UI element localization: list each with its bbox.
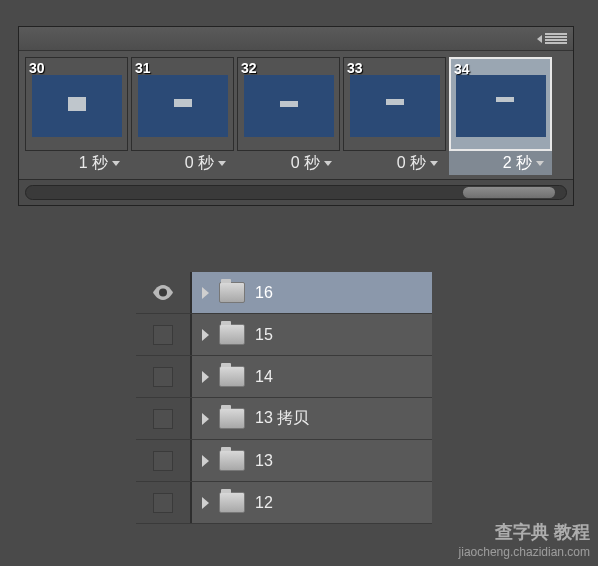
- layer-body: 16: [192, 272, 432, 313]
- frame-30[interactable]: 301 秒: [25, 57, 128, 175]
- frame-content-icon: [68, 97, 86, 111]
- frame-delay-button[interactable]: 0 秒: [343, 151, 446, 175]
- frame-thumbnail: 34: [449, 57, 552, 151]
- frame-31[interactable]: 310 秒: [131, 57, 234, 175]
- layer-name: 15: [255, 326, 273, 344]
- expand-icon[interactable]: [202, 329, 209, 341]
- watermark-url: jiaocheng.chazidian.com: [459, 544, 590, 560]
- frame-canvas: [32, 75, 122, 137]
- frame-number: 34: [454, 61, 470, 77]
- frames-row: 301 秒310 秒320 秒330 秒342 秒: [19, 51, 573, 179]
- layer-body: 13 拷贝: [192, 398, 432, 439]
- watermark: 查字典 教程 jiaocheng.chazidian.com: [459, 520, 590, 560]
- visibility-toggle[interactable]: [136, 314, 192, 355]
- expand-icon[interactable]: [202, 287, 209, 299]
- frame-canvas: [350, 75, 440, 137]
- layer-name: 13 拷贝: [255, 408, 309, 429]
- frame-content-icon: [174, 99, 192, 107]
- frame-canvas: [138, 75, 228, 137]
- chevron-down-icon: [536, 161, 544, 166]
- frame-canvas: [244, 75, 334, 137]
- frame-thumbnail: 31: [131, 57, 234, 151]
- visibility-empty-icon: [153, 325, 173, 345]
- frame-content-icon: [280, 101, 298, 107]
- layer-body: 13: [192, 440, 432, 481]
- visibility-empty-icon: [153, 493, 173, 513]
- layer-body: 14: [192, 356, 432, 397]
- layers-panel: 16151413 拷贝1312: [136, 272, 432, 524]
- scroll-track: [25, 185, 567, 200]
- frame-delay-label: 2 秒: [503, 153, 532, 174]
- frame-content-icon: [496, 97, 514, 102]
- expand-icon[interactable]: [202, 413, 209, 425]
- frame-number: 32: [241, 60, 257, 76]
- frame-32[interactable]: 320 秒: [237, 57, 340, 175]
- expand-icon[interactable]: [202, 497, 209, 509]
- visibility-empty-icon: [153, 409, 173, 429]
- layer-row[interactable]: 14: [136, 356, 432, 398]
- chevron-down-icon: [324, 161, 332, 166]
- frame-content-icon: [386, 99, 404, 105]
- layer-row[interactable]: 16: [136, 272, 432, 314]
- visibility-toggle[interactable]: [136, 272, 192, 313]
- expand-icon[interactable]: [202, 371, 209, 383]
- svg-point-0: [159, 289, 167, 297]
- folder-icon: [219, 282, 245, 303]
- layer-body: 12: [192, 482, 432, 523]
- layer-name: 12: [255, 494, 273, 512]
- layer-row[interactable]: 13 拷贝: [136, 398, 432, 440]
- visibility-toggle[interactable]: [136, 440, 192, 481]
- timeline-scrollbar[interactable]: [19, 179, 573, 205]
- visibility-toggle[interactable]: [136, 482, 192, 523]
- layer-row[interactable]: 12: [136, 482, 432, 524]
- layer-name: 14: [255, 368, 273, 386]
- frame-delay-button[interactable]: 1 秒: [25, 151, 128, 175]
- visibility-empty-icon: [153, 451, 173, 471]
- hamburger-icon: [545, 32, 567, 46]
- frame-delay-label: 0 秒: [185, 153, 214, 174]
- scroll-thumb[interactable]: [463, 187, 555, 198]
- frame-delay-button[interactable]: 2 秒: [449, 151, 552, 175]
- frame-delay-button[interactable]: 0 秒: [131, 151, 234, 175]
- frame-number: 33: [347, 60, 363, 76]
- frame-thumbnail: 32: [237, 57, 340, 151]
- frame-thumbnail: 30: [25, 57, 128, 151]
- visibility-toggle[interactable]: [136, 356, 192, 397]
- expand-icon[interactable]: [202, 455, 209, 467]
- layer-body: 15: [192, 314, 432, 355]
- folder-icon: [219, 492, 245, 513]
- chevron-down-icon: [112, 161, 120, 166]
- chevron-down-icon: [218, 161, 226, 166]
- timeline-panel: 301 秒310 秒320 秒330 秒342 秒: [18, 26, 574, 206]
- folder-icon: [219, 450, 245, 471]
- folder-icon: [219, 324, 245, 345]
- folder-icon: [219, 408, 245, 429]
- watermark-title: 查字典 教程: [459, 520, 590, 544]
- frame-delay-label: 0 秒: [291, 153, 320, 174]
- chevron-down-icon: [430, 161, 438, 166]
- frame-canvas: [456, 75, 546, 137]
- frame-number: 31: [135, 60, 151, 76]
- folder-icon: [219, 366, 245, 387]
- frame-delay-button[interactable]: 0 秒: [237, 151, 340, 175]
- layer-row[interactable]: 15: [136, 314, 432, 356]
- visibility-toggle[interactable]: [136, 398, 192, 439]
- visibility-icon: [152, 285, 174, 300]
- layer-name: 16: [255, 284, 273, 302]
- frame-33[interactable]: 330 秒: [343, 57, 446, 175]
- frame-34[interactable]: 342 秒: [449, 57, 552, 175]
- panel-menu-button[interactable]: [537, 32, 567, 46]
- layer-name: 13: [255, 452, 273, 470]
- frame-delay-label: 1 秒: [79, 153, 108, 174]
- timeline-header: [19, 27, 573, 51]
- frame-thumbnail: 33: [343, 57, 446, 151]
- frame-delay-label: 0 秒: [397, 153, 426, 174]
- frame-number: 30: [29, 60, 45, 76]
- menu-arrow-icon: [537, 35, 542, 43]
- visibility-empty-icon: [153, 367, 173, 387]
- layer-row[interactable]: 13: [136, 440, 432, 482]
